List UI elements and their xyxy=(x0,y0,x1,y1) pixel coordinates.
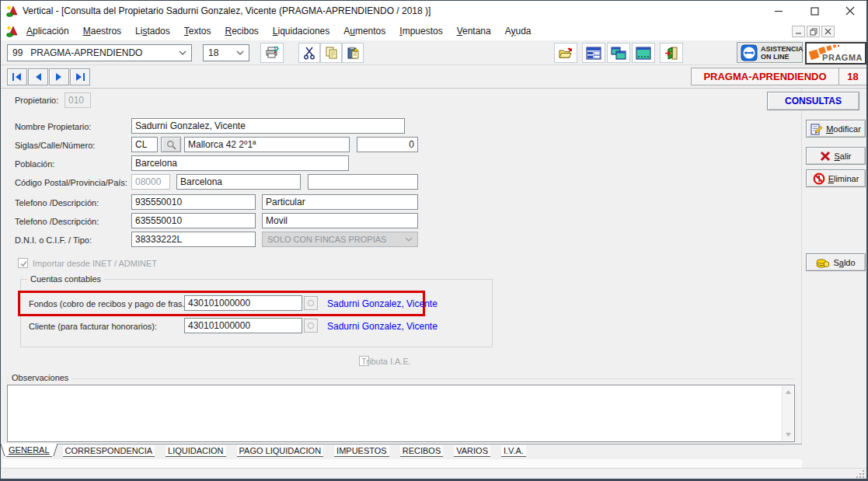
scroll-down-icon[interactable] xyxy=(783,429,793,441)
exit-door-icon xyxy=(664,47,679,60)
asistencia-online-button[interactable]: ASISTENCIA ON LINE xyxy=(737,42,803,63)
salir-button[interactable]: Salir xyxy=(806,147,866,165)
open-folder-button[interactable] xyxy=(554,43,577,63)
company-badge-year: 18 xyxy=(838,68,866,85)
telefono2-label: Telefono /Descripción: xyxy=(15,217,99,226)
propietario-input[interactable] xyxy=(64,92,91,108)
tab-recibos[interactable]: RECIBOS xyxy=(400,445,444,457)
pragma-logo-text: PRAGMA xyxy=(822,53,863,62)
fondos-cuenta-input[interactable] xyxy=(184,295,302,311)
window-grid-button[interactable] xyxy=(582,43,605,63)
tab-page-strip xyxy=(2,459,802,468)
menu-items: AplicaciónMaestrosListadosTextosRecibosL… xyxy=(19,21,539,41)
poblacion-input[interactable] xyxy=(131,155,349,171)
next-record-icon xyxy=(54,72,64,82)
pragma-logo: PRAGMA xyxy=(805,42,866,64)
menu-ventana[interactable]: Ventana xyxy=(450,21,498,41)
wide-window-icon xyxy=(636,47,651,60)
menu-recibos[interactable]: Recibos xyxy=(218,21,265,41)
app-window: Vertical - [Consulta del Propietario Sad… xyxy=(0,0,868,481)
nombre-input[interactable] xyxy=(131,118,405,134)
company-badge: PRAGMA-APRENDIENDO 18 xyxy=(691,68,867,85)
observaciones-scrollbar[interactable] xyxy=(782,386,793,441)
cliente-cuenta-input[interactable] xyxy=(184,318,302,333)
fondos-titular: Sadurni Gonzalez, Vicente xyxy=(327,298,437,309)
tab-impuestos[interactable]: IMPUESTOS xyxy=(334,445,389,457)
paste-icon xyxy=(347,47,360,60)
telefono2-input[interactable] xyxy=(131,213,256,228)
red-x-icon xyxy=(820,151,831,162)
observaciones-textarea[interactable] xyxy=(7,385,795,442)
tab-general[interactable]: GENERAL xyxy=(6,444,52,457)
tab-liquidacion[interactable]: LIQUIDACION xyxy=(166,445,226,457)
window-wide-button[interactable] xyxy=(632,43,655,63)
menu-textos[interactable]: Textos xyxy=(177,21,218,41)
siglas-input[interactable] xyxy=(131,137,158,152)
dni-input[interactable] xyxy=(131,232,256,247)
tab-correspondencia[interactable]: CORRESPONDENCIA xyxy=(63,445,155,457)
print-setup-button[interactable] xyxy=(260,43,284,63)
direccion-input[interactable] xyxy=(184,137,350,152)
search-disabled-icon xyxy=(307,322,315,330)
mdi-system-icon[interactable] xyxy=(6,25,19,37)
close-button[interactable] xyxy=(832,1,867,21)
mdi-restore-button[interactable] xyxy=(807,26,820,37)
mdi-close-button[interactable] xyxy=(821,26,835,37)
folder-open-icon xyxy=(558,47,573,60)
numero-input[interactable] xyxy=(357,137,418,152)
pais-input[interactable] xyxy=(308,174,418,190)
importar-checkbox xyxy=(18,258,28,268)
printer-icon xyxy=(265,46,280,60)
consultas-button[interactable]: CONSULTAS xyxy=(767,92,859,110)
exit-app-button[interactable] xyxy=(660,43,683,63)
cliente-titular: Sadurni Gonzalez, Vicente xyxy=(327,321,437,332)
tab-iva[interactable]: I.V.A. xyxy=(501,445,526,457)
cut-button[interactable] xyxy=(298,43,320,63)
menu-aumentos[interactable]: Aumentos xyxy=(336,21,392,41)
maximize-button[interactable] xyxy=(797,1,832,21)
menu-aplicacion[interactable]: Aplicación xyxy=(19,21,76,41)
copy-button[interactable] xyxy=(320,43,342,63)
modificar-button[interactable]: Modificar xyxy=(806,120,866,138)
menu-ayuda[interactable]: Ayuda xyxy=(498,21,539,41)
year-select[interactable]: 18 xyxy=(203,44,249,61)
provincia-input[interactable] xyxy=(176,174,301,190)
telefono2-desc-input[interactable] xyxy=(262,213,418,228)
tab-pago-liquidacion[interactable]: PAGO LIQUIDACION xyxy=(237,445,324,457)
minimize-button[interactable] xyxy=(761,1,796,21)
window-cascade-button[interactable] xyxy=(607,43,630,63)
buscar-calle-button[interactable] xyxy=(161,137,181,152)
teamviewer-icon xyxy=(741,44,758,61)
table-window-icon xyxy=(586,47,601,60)
telefono1-desc-input[interactable] xyxy=(262,194,418,210)
paste-button[interactable] xyxy=(342,43,364,63)
chevron-down-icon xyxy=(236,51,244,55)
divider xyxy=(1,88,866,89)
company-code: 99 xyxy=(12,47,23,58)
prohibition-icon xyxy=(813,173,825,185)
tributa-label: Tributa I.A.E. xyxy=(361,357,411,366)
menu-impuestos[interactable]: Impuestos xyxy=(392,21,449,41)
nav-first-button[interactable] xyxy=(7,68,27,85)
menu-liquidaciones[interactable]: Liquidaciones xyxy=(266,21,336,41)
nav-next-button[interactable] xyxy=(49,68,69,85)
siglas-label: Siglas/Calle/Número: xyxy=(15,141,95,150)
nav-prev-button[interactable] xyxy=(28,68,48,85)
menu-maestros[interactable]: Maestros xyxy=(76,21,128,41)
tab-varios[interactable]: VARIOS xyxy=(454,445,490,457)
importar-label: Importar desde INET / ADMINET xyxy=(33,259,157,268)
observaciones-group-line xyxy=(7,378,795,379)
edit-document-icon xyxy=(810,123,823,135)
menu-listados[interactable]: Listados xyxy=(128,21,177,41)
telefono1-input[interactable] xyxy=(131,194,256,210)
company-select[interactable]: 99 PRAGMA-APRENDIENDO xyxy=(7,44,192,61)
saldo-button[interactable]: Saldo xyxy=(806,253,866,271)
nav-last-button[interactable] xyxy=(70,68,90,85)
resize-grip-icon[interactable] xyxy=(856,469,865,479)
window-title: Vertical - [Consulta del Propietario Sad… xyxy=(23,5,431,16)
mdi-minimize-button[interactable] xyxy=(792,26,805,37)
chevron-down-icon xyxy=(405,237,413,242)
eliminar-button[interactable]: Eliminar xyxy=(806,169,866,187)
scroll-up-icon[interactable] xyxy=(783,386,793,398)
cliente-label: Cliente (para facturar honorarios): xyxy=(29,322,157,331)
